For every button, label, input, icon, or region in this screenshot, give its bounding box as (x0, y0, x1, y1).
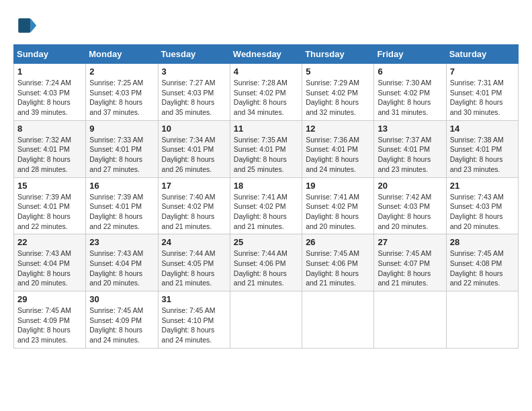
calendar-cell: 29 Sunrise: 7:45 AMSunset: 4:09 PMDaylig… (14, 291, 86, 349)
day-info: Sunrise: 7:41 AMSunset: 4:02 PMDaylight:… (306, 193, 359, 230)
day-info: Sunrise: 7:42 AMSunset: 4:03 PMDaylight:… (378, 193, 431, 230)
day-number: 7 (450, 66, 515, 77)
calendar-cell: 8 Sunrise: 7:32 AMSunset: 4:01 PMDayligh… (14, 120, 86, 177)
day-number: 27 (378, 237, 442, 247)
day-info: Sunrise: 7:35 AMSunset: 4:01 PMDaylight:… (234, 136, 287, 173)
weekday-header-row: SundayMondayTuesdayWednesdayThursdayFrid… (14, 45, 519, 64)
day-number: 24 (162, 237, 226, 247)
day-info: Sunrise: 7:33 AMSunset: 4:01 PMDaylight:… (89, 136, 143, 173)
calendar-cell: 26 Sunrise: 7:45 AMSunset: 4:06 PMDaylig… (302, 234, 374, 291)
calendar-week-row: 1 Sunrise: 7:24 AMSunset: 4:03 PMDayligh… (14, 64, 519, 121)
calendar-cell: 30 Sunrise: 7:45 AMSunset: 4:09 PMDaylig… (86, 291, 158, 349)
calendar-cell: 6 Sunrise: 7:30 AMSunset: 4:02 PMDayligh… (374, 64, 446, 121)
calendar-week-row: 22 Sunrise: 7:43 AMSunset: 4:04 PMDaylig… (14, 234, 519, 291)
day-info: Sunrise: 7:31 AMSunset: 4:01 PMDaylight:… (450, 79, 504, 116)
day-number: 1 (17, 66, 82, 77)
day-info: Sunrise: 7:41 AMSunset: 4:02 PMDaylight:… (234, 193, 287, 230)
calendar-cell: 3 Sunrise: 7:27 AMSunset: 4:03 PMDayligh… (158, 64, 230, 121)
calendar-cell: 17 Sunrise: 7:40 AMSunset: 4:02 PMDaylig… (158, 177, 230, 234)
calendar-cell: 10 Sunrise: 7:34 AMSunset: 4:01 PMDaylig… (158, 120, 230, 177)
day-number: 3 (162, 66, 226, 77)
day-info: Sunrise: 7:40 AMSunset: 4:02 PMDaylight:… (162, 193, 216, 230)
calendar-cell: 23 Sunrise: 7:43 AMSunset: 4:04 PMDaylig… (86, 234, 158, 291)
day-number: 28 (450, 237, 515, 247)
day-info: Sunrise: 7:45 AMSunset: 4:10 PMDaylight:… (162, 306, 216, 344)
calendar-cell: 2 Sunrise: 7:25 AMSunset: 4:03 PMDayligh… (86, 64, 158, 121)
calendar-cell (230, 291, 302, 349)
day-info: Sunrise: 7:34 AMSunset: 4:01 PMDaylight:… (162, 136, 216, 173)
day-info: Sunrise: 7:25 AMSunset: 4:03 PMDaylight:… (89, 79, 143, 116)
calendar-cell: 24 Sunrise: 7:44 AMSunset: 4:05 PMDaylig… (158, 234, 230, 291)
calendar-week-row: 29 Sunrise: 7:45 AMSunset: 4:09 PMDaylig… (14, 291, 519, 349)
day-info: Sunrise: 7:45 AMSunset: 4:09 PMDaylight:… (17, 306, 71, 344)
calendar-cell: 22 Sunrise: 7:43 AMSunset: 4:04 PMDaylig… (14, 234, 86, 291)
day-number: 2 (89, 66, 154, 77)
day-number: 17 (162, 181, 226, 191)
day-info: Sunrise: 7:36 AMSunset: 4:01 PMDaylight:… (306, 136, 359, 173)
day-info: Sunrise: 7:27 AMSunset: 4:03 PMDaylight:… (162, 79, 216, 116)
calendar-cell: 31 Sunrise: 7:45 AMSunset: 4:10 PMDaylig… (158, 291, 230, 349)
day-number: 25 (234, 237, 298, 247)
day-number: 4 (234, 66, 298, 77)
calendar-cell: 25 Sunrise: 7:44 AMSunset: 4:06 PMDaylig… (230, 234, 302, 291)
day-number: 13 (378, 124, 442, 134)
weekday-header-cell: Friday (374, 45, 446, 64)
calendar-cell: 19 Sunrise: 7:41 AMSunset: 4:02 PMDaylig… (302, 177, 374, 234)
calendar-cell: 16 Sunrise: 7:39 AMSunset: 4:01 PMDaylig… (86, 177, 158, 234)
day-info: Sunrise: 7:45 AMSunset: 4:07 PMDaylight:… (378, 249, 431, 287)
day-number: 20 (378, 181, 442, 191)
day-info: Sunrise: 7:38 AMSunset: 4:01 PMDaylight:… (450, 136, 504, 173)
logo (13, 13, 40, 38)
calendar-cell: 13 Sunrise: 7:37 AMSunset: 4:01 PMDaylig… (374, 120, 446, 177)
day-number: 29 (17, 294, 82, 304)
calendar-table: SundayMondayTuesdayWednesdayThursdayFrid… (13, 44, 519, 349)
weekday-header-cell: Tuesday (158, 45, 230, 64)
day-info: Sunrise: 7:43 AMSunset: 4:04 PMDaylight:… (17, 249, 71, 287)
day-number: 18 (234, 181, 298, 191)
calendar-cell (302, 291, 374, 349)
weekday-header-cell: Sunday (14, 45, 86, 64)
day-number: 12 (306, 124, 370, 134)
calendar-cell: 15 Sunrise: 7:39 AMSunset: 4:01 PMDaylig… (14, 177, 86, 234)
day-number: 11 (234, 124, 298, 134)
day-number: 5 (306, 66, 370, 77)
calendar-cell (446, 291, 518, 349)
day-number: 10 (162, 124, 226, 134)
day-number: 14 (450, 124, 515, 134)
day-info: Sunrise: 7:45 AMSunset: 4:08 PMDaylight:… (450, 249, 504, 287)
day-number: 23 (89, 237, 154, 247)
logo-icon (13, 13, 38, 38)
calendar-cell: 1 Sunrise: 7:24 AMSunset: 4:03 PMDayligh… (14, 64, 86, 121)
day-number: 31 (162, 294, 226, 304)
calendar-cell: 20 Sunrise: 7:42 AMSunset: 4:03 PMDaylig… (374, 177, 446, 234)
day-number: 9 (89, 124, 154, 134)
weekday-header-cell: Saturday (446, 45, 518, 64)
day-info: Sunrise: 7:28 AMSunset: 4:02 PMDaylight:… (234, 79, 287, 116)
calendar-week-row: 15 Sunrise: 7:39 AMSunset: 4:01 PMDaylig… (14, 177, 519, 234)
calendar-cell: 4 Sunrise: 7:28 AMSunset: 4:02 PMDayligh… (230, 64, 302, 121)
day-info: Sunrise: 7:39 AMSunset: 4:01 PMDaylight:… (17, 193, 71, 230)
calendar-cell: 11 Sunrise: 7:35 AMSunset: 4:01 PMDaylig… (230, 120, 302, 177)
calendar-cell: 7 Sunrise: 7:31 AMSunset: 4:01 PMDayligh… (446, 64, 518, 121)
day-info: Sunrise: 7:45 AMSunset: 4:06 PMDaylight:… (306, 249, 359, 287)
day-number: 19 (306, 181, 370, 191)
svg-rect-2 (18, 18, 30, 33)
calendar-week-row: 8 Sunrise: 7:32 AMSunset: 4:01 PMDayligh… (14, 120, 519, 177)
weekday-header-cell: Wednesday (230, 45, 302, 64)
day-info: Sunrise: 7:43 AMSunset: 4:03 PMDaylight:… (450, 193, 504, 230)
weekday-header-cell: Thursday (302, 45, 374, 64)
calendar-cell: 27 Sunrise: 7:45 AMSunset: 4:07 PMDaylig… (374, 234, 446, 291)
calendar-body: 1 Sunrise: 7:24 AMSunset: 4:03 PMDayligh… (14, 64, 519, 349)
day-number: 26 (306, 237, 370, 247)
day-info: Sunrise: 7:24 AMSunset: 4:03 PMDaylight:… (17, 79, 71, 116)
day-info: Sunrise: 7:39 AMSunset: 4:01 PMDaylight:… (89, 193, 143, 230)
day-info: Sunrise: 7:30 AMSunset: 4:02 PMDaylight:… (378, 79, 431, 116)
day-number: 30 (89, 294, 154, 304)
day-info: Sunrise: 7:29 AMSunset: 4:02 PMDaylight:… (306, 79, 359, 116)
day-info: Sunrise: 7:43 AMSunset: 4:04 PMDaylight:… (89, 249, 143, 287)
day-info: Sunrise: 7:44 AMSunset: 4:05 PMDaylight:… (162, 249, 216, 287)
weekday-header-cell: Monday (86, 45, 158, 64)
day-info: Sunrise: 7:32 AMSunset: 4:01 PMDaylight:… (17, 136, 71, 173)
calendar-cell: 5 Sunrise: 7:29 AMSunset: 4:02 PMDayligh… (302, 64, 374, 121)
calendar-cell: 12 Sunrise: 7:36 AMSunset: 4:01 PMDaylig… (302, 120, 374, 177)
